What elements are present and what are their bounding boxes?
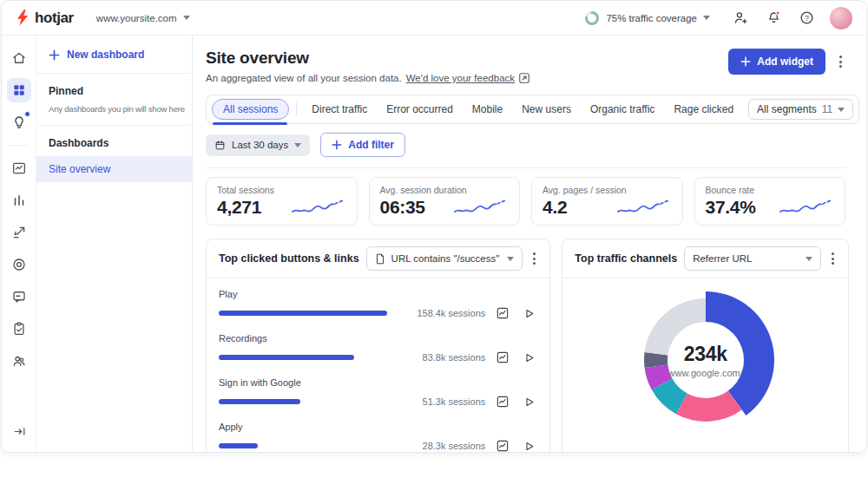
notifications-button[interactable] <box>764 9 783 28</box>
segment-mobile[interactable]: Mobile <box>464 100 510 119</box>
table-row: Play 158.4k sessions <box>219 289 537 322</box>
row-sessions: 28.3k sessions <box>412 441 485 451</box>
help-button[interactable]: ? <box>797 9 816 28</box>
pinned-section-title: Pinned <box>36 74 192 101</box>
divider <box>296 102 297 116</box>
play-recordings-button[interactable] <box>520 437 537 452</box>
chat-bubble-icon <box>11 289 27 304</box>
metric-total-sessions[interactable]: Total sessions 4,271 <box>206 177 358 226</box>
plus-icon <box>740 56 751 67</box>
new-dashboard-button[interactable]: New dashboard <box>36 36 192 73</box>
widget-top-traffic: Top traffic channels Referrer URL 234k w… <box>562 239 849 452</box>
rail-heatmaps[interactable] <box>7 252 31 277</box>
invite-user-button[interactable] <box>731 9 750 28</box>
segment-rage-clicked[interactable]: Rage clicked <box>666 100 741 119</box>
topbar-icons: ? <box>731 7 852 29</box>
rail-dashboards[interactable] <box>7 78 31 102</box>
view-trends-button[interactable] <box>494 437 511 452</box>
divider <box>562 278 848 278</box>
row-label: Recordings <box>219 333 537 344</box>
url-filter-dropdown[interactable]: URL contains "/success" <box>366 246 523 271</box>
add-widget-label: Add widget <box>757 56 813 68</box>
row-label: Apply <box>219 422 537 432</box>
metric-bounce-rate[interactable]: Bounce rate 37.4% <box>694 177 846 226</box>
target-icon <box>11 257 27 272</box>
feedback-link[interactable]: We'd love your feedback <box>406 73 515 83</box>
view-trends-button[interactable] <box>494 393 511 410</box>
metric-avg-session-duration[interactable]: Avg. session duration 06:35 <box>369 177 521 226</box>
view-trends-button[interactable] <box>494 349 511 366</box>
chevron-down-icon <box>806 257 812 261</box>
rail-trends[interactable] <box>7 156 31 180</box>
row-bar <box>219 355 354 360</box>
rail-journeys[interactable] <box>7 220 31 245</box>
notification-dot <box>24 111 30 117</box>
rail-insights[interactable] <box>7 110 31 134</box>
segment-organic-traffic[interactable]: Organic traffic <box>582 100 662 119</box>
chevron-down-icon <box>183 16 190 20</box>
play-icon <box>523 396 536 409</box>
chevron-down-icon <box>507 257 514 261</box>
rail-surveys[interactable] <box>7 317 31 341</box>
site-selector[interactable]: www.yoursite.com <box>96 13 190 23</box>
chevron-down-icon <box>838 108 845 112</box>
main-content: Site overview An aggregated view of all … <box>193 36 866 452</box>
hotjar-logo[interactable]: hotjar <box>16 10 74 27</box>
hotjar-flame-icon <box>16 10 30 26</box>
calendar-icon <box>214 140 226 151</box>
row-bar <box>219 443 258 448</box>
donut-segment[interactable] <box>644 298 705 355</box>
site-selector-label: www.yoursite.com <box>96 13 177 23</box>
add-filter-label: Add filter <box>348 139 394 151</box>
date-range-label: Last 30 days <box>232 140 288 150</box>
external-link-icon <box>519 73 529 83</box>
widget-menu-button[interactable] <box>828 249 838 268</box>
sparkline <box>453 196 509 219</box>
subtitle-text: An aggregated view of all your session d… <box>206 73 402 83</box>
metric-label: Total sessions <box>217 185 346 195</box>
user-avatar[interactable] <box>830 7 852 29</box>
widget-menu-button[interactable] <box>529 249 539 268</box>
rail-feedback[interactable] <box>7 285 31 309</box>
play-recordings-button[interactable] <box>520 393 537 410</box>
row-sessions: 51.3k sessions <box>412 396 485 407</box>
dashboards-grid-icon <box>12 83 26 97</box>
plus-icon <box>332 140 342 150</box>
rail-home[interactable] <box>7 46 31 70</box>
segment-new-users[interactable]: New users <box>514 100 579 119</box>
metric-label: Avg. pages / session <box>542 185 672 195</box>
add-widget-button[interactable]: Add widget <box>728 49 825 75</box>
dashboards-sidebar: New dashboard Pinned Any dashboards you … <box>36 36 193 452</box>
page-menu-button[interactable] <box>836 52 845 71</box>
topbar-right: 75% traffic coverage <box>584 7 852 29</box>
traffic-coverage-dropdown[interactable]: 75% traffic coverage <box>584 10 710 26</box>
all-segments-dropdown[interactable]: All segments 11 <box>748 99 853 120</box>
view-trends-button[interactable] <box>494 304 511 322</box>
trend-square-icon <box>496 395 510 409</box>
row-sessions: 83.8k sessions <box>412 352 485 363</box>
segment-error-occurred[interactable]: Error occurred <box>378 100 461 119</box>
app-window: hotjar www.yoursite.com 75% traffic cove… <box>1 0 867 453</box>
metric-avg-pages-per-session[interactable]: Avg. pages / session 4.2 <box>531 177 683 226</box>
collapse-sidebar-button[interactable] <box>7 419 31 443</box>
sparkline <box>616 196 672 219</box>
help-icon: ? <box>799 10 815 26</box>
trend-square-icon <box>496 306 510 320</box>
date-range-dropdown[interactable]: Last 30 days <box>206 134 310 156</box>
rail-funnels[interactable] <box>7 188 31 213</box>
segment-all-sessions[interactable]: All sessions <box>212 99 289 120</box>
segment-direct-traffic[interactable]: Direct traffic <box>304 100 375 119</box>
row-label: Sign in with Google <box>219 377 537 388</box>
clipboard-check-icon <box>11 321 27 337</box>
referrer-value: Referrer URL <box>693 253 752 264</box>
play-recordings-button[interactable] <box>520 349 537 366</box>
sidebar-item-site-overview[interactable]: Site overview <box>36 156 192 182</box>
add-filter-button[interactable]: Add filter <box>320 133 405 157</box>
rail-interviews[interactable] <box>7 349 31 373</box>
widgets-row: Top clicked buttons & links URL contains… <box>206 239 845 452</box>
play-recordings-button[interactable] <box>520 304 537 322</box>
rail-divider <box>9 145 30 146</box>
metric-value: 37.4% <box>706 197 756 218</box>
bell-icon <box>766 10 782 26</box>
referrer-dropdown[interactable]: Referrer URL <box>684 246 821 271</box>
